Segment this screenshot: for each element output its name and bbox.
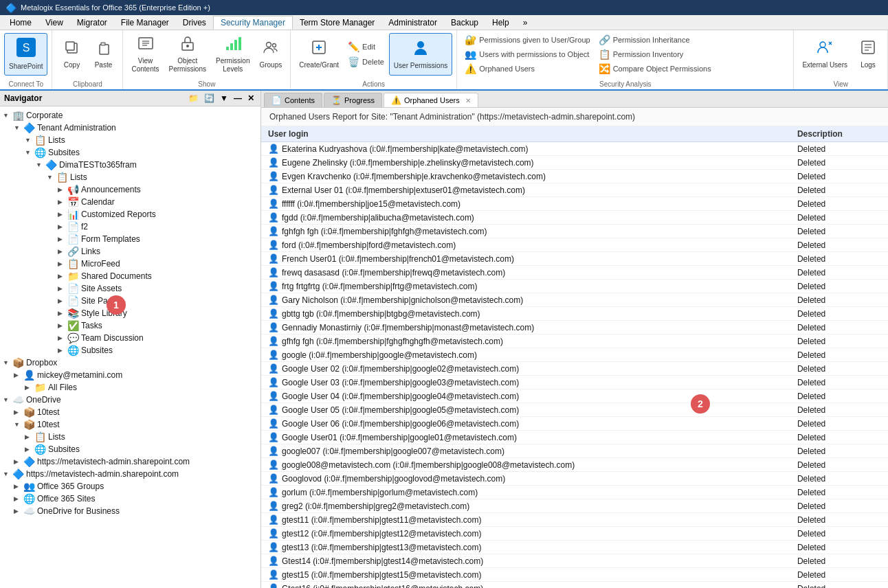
table-row[interactable]: 👤gorlum (i:0#.f|membership|gorlum@metavi… [261,486,888,499]
tree-expand-form-templates[interactable]: ▶ [58,236,67,242]
tree-expand-onedrive[interactable]: ▼ [3,396,12,403]
tree-expand-customized-reports[interactable]: ▶ [58,211,67,218]
tree-item-sp-admin-root[interactable]: ▼🔷https://metavistech-admin.sharepoint.c… [0,468,260,480]
menu-item-drives[interactable]: Drives [176,16,213,29]
tree-expand-announcements[interactable]: ▶ [58,186,67,193]
table-row[interactable]: 👤gtest15 (i:0#.f|membership|gtest15@meta… [261,568,888,582]
tree-item-calendar[interactable]: ▶📅Calendar [0,196,260,208]
tree-item-team-discussion[interactable]: ▶💬Team Discussion [0,332,260,344]
table-row[interactable]: 👤gtest12 (i:0#.f|membership|gtest12@meta… [261,527,888,541]
table-row[interactable]: 👤Gennadiy Monastirniy (i:0#.f|membership… [261,321,888,335]
groups-button[interactable]: Groups [255,33,286,76]
tree-item-customized-reports[interactable]: ▶📊Customized Reports [0,208,260,220]
table-row[interactable]: 👤Ekaterina Kudryashova (i:0#.f|membershi… [261,142,888,156]
tree-item-all-files[interactable]: ▶📁All Files [0,381,260,394]
table-row[interactable]: 👤Evgen Kravchenko (i:0#.f|membership|e.k… [261,170,888,183]
external-users-button[interactable]: External Users [798,33,852,76]
tree-expand-site-assets[interactable]: ▶ [58,285,67,292]
tree-item-announcements[interactable]: ▶📢Announcements [0,183,260,196]
tree-item-subsites-inner[interactable]: ▶🌐Subsites [0,344,260,357]
tree-expand-10test-2[interactable]: ▼ [14,421,23,428]
compare-object-button[interactable]: 🔀 Compare Object Permissions [595,62,715,76]
tree-item-f2[interactable]: ▶📄f2 [0,220,260,233]
tree-expand-lists-1[interactable]: ▼ [25,137,34,144]
tree-item-lists-1[interactable]: ▼📋Lists [0,134,260,146]
table-row[interactable]: 👤gtest11 (i:0#.f|membership|gtest11@meta… [261,513,888,527]
table-row[interactable]: 👤Google User 03 (i:0#.f|membership|googl… [261,376,888,389]
tree-expand-team-discussion[interactable]: ▶ [58,335,67,341]
menu-item-help[interactable]: Help [485,16,516,29]
orphaned-users-button[interactable]: ⚠️ Orphaned Users [461,62,593,76]
nav-tool-refresh[interactable]: 🔄 [202,93,217,104]
menu-item-home[interactable]: Home [3,16,38,29]
tree-item-mickey[interactable]: ▶👤mickey@metamini.com [0,369,260,381]
nav-tool-dropdown[interactable]: ▼ [218,93,230,104]
copy-button[interactable]: Copy [56,33,87,76]
tree-expand-subsites-1[interactable]: ▼ [25,149,34,156]
menu-item-administrator[interactable]: Administrator [381,16,444,29]
tree-expand-f2[interactable]: ▶ [58,223,67,230]
tree-item-lists-2[interactable]: ▼📋Lists [0,171,260,183]
permissions-given-button[interactable]: 🔐 Permissions given to User/Group [461,33,593,47]
tree-item-corporate[interactable]: ▼🏢Corporate [0,109,260,122]
table-row[interactable]: 👤Google User 05 (i:0#.f|membership|googl… [261,403,888,417]
tree-expand-mickey[interactable]: ▶ [14,372,23,378]
table-row[interactable]: 👤French User01 (i:0#.f|membership|french… [261,252,888,266]
tree-item-form-templates[interactable]: ▶📄Form Templates [0,233,260,245]
tree-expand-links[interactable]: ▶ [58,248,67,255]
table-row[interactable]: 👤greg2 (i:0#.f|membership|greg2@metavist… [261,499,888,513]
sharepoint-button[interactable]: S SharePoint [4,33,47,76]
tree-expand-10test-1[interactable]: ▶ [14,409,23,416]
tree-item-10test-2[interactable]: ▼📦10test [0,418,260,431]
table-row[interactable]: 👤google (i:0#.f|membership|google@metavi… [261,348,888,362]
tree-item-o365-sites[interactable]: ▶🌐Office 365 Sites [0,493,260,505]
tree-item-onedrive-business[interactable]: ▶☁️OneDrive for Business [0,505,260,517]
tree-expand-onedrive-business[interactable]: ▶ [14,508,23,514]
tree-item-dimatest[interactable]: ▼🔷DimaTESTto365fram [0,159,260,171]
tree-expand-subsites-inner[interactable]: ▶ [58,347,67,354]
menu-item-»[interactable]: » [516,16,535,29]
tree-expand-calendar[interactable]: ▶ [58,199,67,205]
tree-item-sp-admin[interactable]: ▶🔷https://metavistech-admin.sharepoint.c… [0,455,260,468]
tree-expand-sp-admin-root[interactable]: ▼ [3,471,12,477]
nav-tool-close[interactable]: ✕ [245,93,256,104]
nav-tool-folders[interactable]: 📁 [186,93,201,104]
nav-tool-minus[interactable]: — [232,93,244,104]
tab-close-orphaned-users[interactable]: ✕ [465,97,471,104]
delete-button[interactable]: 🗑️ Delete [344,55,388,69]
tree-expand-shared-docs[interactable]: ▶ [58,273,67,280]
table-row[interactable]: 👤Google User 02 (i:0#.f|membership|googl… [261,362,888,376]
table-row[interactable]: 👤Gtest16 (i:0#.f|membership|gtest16@meta… [261,582,888,589]
tree-item-10test-1[interactable]: ▶📦10test [0,406,260,418]
tree-expand-dropbox[interactable]: ▼ [3,359,12,366]
menu-item-view[interactable]: View [38,16,70,29]
table-row[interactable]: 👤fghfgh fgh (i:0#.f|membership|fghfgh@me… [261,225,888,238]
table-row[interactable]: 👤Google User 06 (i:0#.f|membership|googl… [261,417,888,431]
tree-expand-style-library[interactable]: ▶ [58,310,67,317]
menu-item-file-manager[interactable]: File Manager [114,16,176,29]
tree-expand-site-pages[interactable]: ▶ [58,297,67,304]
menu-item-term-store-manager[interactable]: Term Store Manager [293,16,381,29]
tree-item-site-assets[interactable]: ▶📄Site Assets [0,282,260,295]
paste-button[interactable]: Paste [88,33,118,76]
table-row[interactable]: 👤External User 01 (i:0#.f|membership|ext… [261,183,888,197]
tab-orphaned-users[interactable]: ⚠️Orphaned Users✕ [384,93,478,107]
tree-item-lists-onedrive[interactable]: ▶📋Lists [0,431,260,443]
tree-item-o365-groups[interactable]: ▶👥Office 365 Groups [0,480,260,493]
permission-levels-button[interactable]: PermissionLevels [212,33,254,76]
tree-expand-dimatest[interactable]: ▼ [36,161,45,168]
tree-item-subsites-1[interactable]: ▼🌐Subsites [0,146,260,159]
tree-expand-o365-groups[interactable]: ▶ [14,483,23,490]
create-grant-button[interactable]: Create/Grant [295,33,343,76]
tree-item-links[interactable]: ▶🔗Links [0,245,260,258]
tree-expand-all-files[interactable]: ▶ [25,384,34,391]
tree-expand-lists-2[interactable]: ▼ [47,174,56,181]
logs-button[interactable]: Logs [853,33,883,76]
tree-expand-sp-admin[interactable]: ▶ [14,458,23,465]
table-row[interactable]: 👤gbttg tgb (i:0#.f|membership|btgbg@meta… [261,307,888,321]
table-row[interactable]: 👤Eugene Zhelinsky (i:0#.f|membership|e.z… [261,156,888,170]
tree-item-subsites-onedrive[interactable]: ▶🌐Subsites [0,443,260,455]
menu-item-backup[interactable]: Backup [444,16,485,29]
table-row[interactable]: 👤Google User 04 (i:0#.f|membership|googl… [261,389,888,403]
view-contents-button[interactable]: ViewContents [127,33,163,76]
